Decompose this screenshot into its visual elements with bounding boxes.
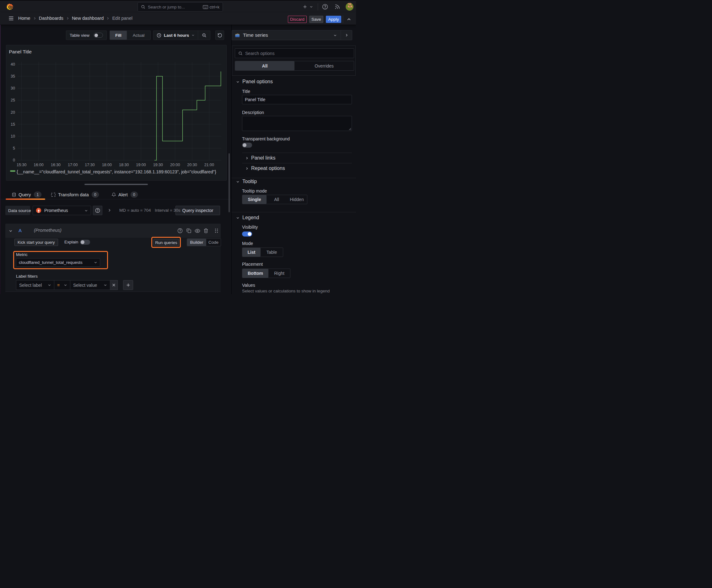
svg-text:5: 5: [13, 146, 15, 150]
svg-text:17:00: 17:00: [68, 163, 78, 167]
svg-text:10: 10: [11, 134, 15, 139]
svg-text:20: 20: [11, 110, 15, 114]
svg-text:{__name__="cloudflared_tunnel_: {__name__="cloudflared_tunnel_total_requ…: [17, 169, 216, 174]
svg-text:0: 0: [13, 158, 15, 162]
svg-text:15:30: 15:30: [17, 163, 26, 167]
svg-text:25: 25: [11, 98, 15, 102]
svg-text:18:30: 18:30: [119, 163, 129, 167]
svg-text:20:30: 20:30: [187, 163, 197, 167]
svg-text:20:00: 20:00: [170, 163, 180, 167]
svg-text:40: 40: [11, 62, 15, 67]
svg-text:19:00: 19:00: [136, 163, 146, 167]
svg-text:30: 30: [11, 86, 15, 90]
svg-text:19:30: 19:30: [153, 163, 163, 167]
svg-text:16:30: 16:30: [51, 163, 61, 167]
svg-text:17:30: 17:30: [85, 163, 94, 167]
svg-text:15: 15: [11, 122, 15, 127]
svg-text:21:00: 21:00: [204, 163, 214, 167]
svg-text:35: 35: [11, 74, 15, 79]
svg-text:18:00: 18:00: [102, 163, 112, 167]
svg-text:16:00: 16:00: [34, 163, 43, 167]
